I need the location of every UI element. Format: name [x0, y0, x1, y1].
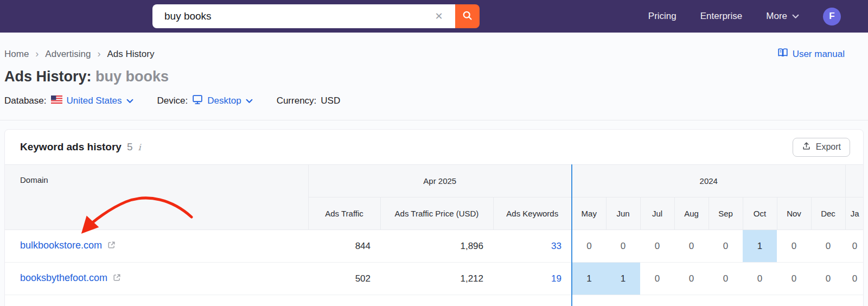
page-title: Ads History: buy books: [4, 68, 868, 85]
device-selector[interactable]: Desktop: [192, 94, 252, 107]
breadcrumb-home[interactable]: Home: [4, 49, 29, 60]
search-form: ✕: [152, 4, 480, 28]
ads-keywords-link[interactable]: 33: [551, 241, 561, 251]
nav-more[interactable]: More: [766, 11, 799, 22]
currency-filter: Currency: USD: [277, 95, 341, 106]
month-cell: 0: [674, 263, 709, 295]
database-selector[interactable]: United States: [51, 95, 133, 106]
month-cell-highlighted: 1: [572, 263, 606, 295]
column-header-ads-keywords: Ads Keywords: [493, 197, 572, 230]
desktop-monitor-icon: [192, 94, 203, 107]
column-header-month: Jul: [640, 197, 674, 230]
currency-label: Currency:: [277, 95, 317, 106]
chevron-down-icon: [126, 95, 133, 106]
search-input[interactable]: [152, 4, 455, 28]
column-header-month: Oct: [743, 197, 777, 230]
clear-search-icon[interactable]: ✕: [433, 10, 445, 22]
column-header-month: Sep: [709, 197, 743, 230]
ads-traffic-price-cell: 1,896: [380, 230, 493, 263]
external-link-icon[interactable]: [112, 274, 122, 284]
column-header-month: Aug: [674, 197, 709, 230]
column-header-month: Ja: [845, 197, 864, 230]
ads-history-table: Domain Apr 2025 2024 Ads Traffic Ads Tra…: [5, 164, 864, 306]
month-cell: 0: [777, 263, 811, 295]
group-header-row: Domain Apr 2025 2024: [5, 165, 864, 197]
month-cell: 0: [845, 230, 864, 263]
ads-keywords-link[interactable]: 19: [551, 273, 561, 284]
user-manual-link[interactable]: User manual: [777, 48, 845, 60]
top-bar: ✕ Pricing Enterprise More F: [0, 0, 868, 33]
export-icon: [802, 142, 811, 153]
month-cell: 0: [709, 263, 743, 295]
group-header-2024: 2024: [572, 165, 845, 197]
ads-traffic-price-cell: 1,212: [380, 263, 493, 295]
column-header-ads-traffic-price: Ads Traffic Price (USD): [380, 197, 493, 230]
month-cell: 0: [674, 230, 709, 263]
database-label: Database:: [4, 95, 47, 106]
breadcrumb: Home › Advertising › Ads History: [4, 48, 154, 60]
result-count: 5: [127, 141, 133, 153]
external-link-icon[interactable]: [107, 241, 116, 252]
keyword-ads-history-panel: Keyword ads history 5 i Export Domain Ap…: [4, 129, 864, 306]
month-cell: 0: [811, 263, 845, 295]
device-label: Device:: [157, 95, 188, 106]
ads-traffic-cell: 502: [308, 263, 380, 295]
month-cell: 0: [709, 230, 743, 263]
month-cell-highlighted: 1: [743, 230, 777, 263]
panel-title: Keyword ads history 5 i: [20, 141, 141, 153]
info-icon[interactable]: i: [138, 142, 141, 152]
ads-traffic-cell: 844: [308, 230, 380, 263]
user-avatar[interactable]: F: [823, 8, 841, 25]
month-cell: 0: [640, 230, 674, 263]
month-cell: 0: [640, 263, 674, 295]
month-cell: 0: [845, 263, 864, 295]
breadcrumb-current: Ads History: [107, 49, 154, 60]
group-header-apr-2025: Apr 2025: [308, 165, 572, 197]
column-header-month: May: [572, 197, 606, 230]
section-divider: [0, 120, 868, 120]
column-header-month: Dec: [811, 197, 845, 230]
nav-enterprise[interactable]: Enterprise: [700, 11, 742, 22]
month-cell-highlighted: 1: [606, 263, 640, 295]
table-row-partial: [5, 295, 864, 306]
filter-bar: Database: United States Device: Desktop …: [4, 94, 868, 107]
month-cell: 0: [743, 263, 777, 295]
column-header-month: Nov: [777, 197, 811, 230]
domain-link[interactable]: booksbythefoot.com: [20, 272, 107, 283]
month-cell: 0: [777, 230, 811, 263]
month-cell: 0: [606, 230, 640, 263]
column-header-domain: Domain: [5, 165, 308, 230]
month-cell: 0: [811, 230, 845, 263]
nav-pricing[interactable]: Pricing: [648, 11, 676, 22]
open-book-icon: [777, 48, 788, 60]
table-row: booksbythefoot.com 502 1,212 19 1 1 0 0 …: [5, 263, 864, 295]
export-button[interactable]: Export: [793, 138, 850, 157]
database-filter: Database: United States: [4, 95, 133, 106]
search-button[interactable]: [455, 4, 480, 28]
group-header-next-year: [845, 165, 864, 197]
currency-value: USD: [321, 95, 340, 106]
column-header-month: Jun: [606, 197, 640, 230]
breadcrumb-separator-icon: ›: [35, 48, 39, 60]
column-header-ads-traffic: Ads Traffic: [308, 197, 380, 230]
search-icon: [462, 10, 473, 23]
breadcrumb-separator-icon: ›: [97, 48, 100, 60]
domain-link[interactable]: bulkbookstore.com: [20, 240, 102, 251]
top-nav: Pricing Enterprise More F: [648, 0, 841, 33]
chevron-down-icon: [246, 95, 253, 106]
month-cell: 0: [572, 230, 606, 263]
breadcrumb-advertising[interactable]: Advertising: [45, 49, 91, 60]
us-flag-icon: [51, 95, 62, 106]
table-row: bulkbookstore.com 844 1,896 33 0 0 0 0 0…: [5, 230, 864, 263]
page-title-query: buy books: [95, 68, 169, 85]
chevron-down-icon: [792, 11, 799, 22]
device-filter: Device: Desktop: [157, 94, 253, 107]
